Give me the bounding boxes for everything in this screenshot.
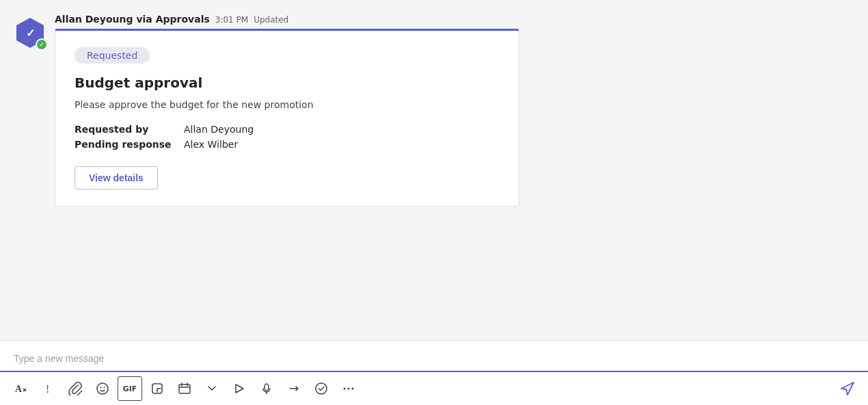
svg-marker-14 (236, 384, 243, 393)
svg-text:A: A (15, 384, 23, 394)
attach-icon[interactable] (63, 376, 87, 401)
status-badge: Requested (74, 47, 150, 64)
more-options-icon[interactable] (336, 376, 361, 401)
requested-by-value: Allan Deyoung (184, 124, 500, 135)
message-input[interactable] (11, 346, 857, 371)
approval-card: Requested Budget approval Please approve… (55, 29, 519, 207)
format-text-icon[interactable]: A (8, 376, 33, 401)
send-button[interactable] (835, 376, 860, 401)
sticker-icon[interactable] (145, 376, 169, 401)
message-content: Allan Deyoung via Approvals 3:01 PM Upda… (55, 14, 854, 207)
audio-message-icon[interactable] (227, 376, 252, 401)
card-description: Please approve the budget for the new pr… (74, 99, 500, 110)
svg-point-17 (316, 383, 327, 394)
approvals-toolbar-icon[interactable] (309, 376, 334, 401)
emoji-icon[interactable] (90, 376, 115, 401)
svg-point-18 (344, 388, 346, 390)
loop-icon[interactable] (282, 376, 306, 401)
view-details-button[interactable]: View details (74, 166, 158, 190)
important-icon[interactable]: ! (36, 376, 60, 401)
requested-by-label: Requested by (74, 124, 184, 135)
gif-icon[interactable]: GIF (118, 376, 142, 401)
updated-label: Updated (254, 15, 288, 25)
svg-point-7 (100, 387, 102, 389)
svg-rect-10 (179, 384, 190, 393)
card-title: Budget approval (74, 75, 500, 91)
svg-point-20 (352, 388, 354, 390)
pending-response-label: Pending response (74, 139, 184, 150)
compose-area: A ! GIF (0, 340, 868, 405)
timestamp: 3:01 PM (215, 15, 248, 25)
svg-point-19 (348, 388, 350, 390)
svg-text:!: ! (46, 383, 49, 395)
more-formatting-icon[interactable] (200, 376, 224, 401)
avatar: ✓ (14, 16, 46, 49)
svg-point-6 (97, 383, 108, 394)
meet-now-icon[interactable] (172, 376, 197, 401)
dictate-icon[interactable] (254, 376, 279, 401)
sender-name: Allan Deyoung via Approvals (55, 14, 210, 25)
toolbar: A ! GIF (0, 372, 868, 405)
chat-area: ✓ Allan Deyoung via Approvals 3:01 PM Up… (0, 0, 868, 340)
svg-point-8 (104, 387, 105, 389)
pending-response-value: Alex Wilber (184, 139, 500, 150)
svg-point-15 (265, 384, 269, 391)
message-row: ✓ Allan Deyoung via Approvals 3:01 PM Up… (14, 14, 854, 207)
message-header: Allan Deyoung via Approvals 3:01 PM Upda… (55, 14, 854, 25)
card-meta: Requested by Allan Deyoung Pending respo… (74, 124, 500, 150)
message-input-container (0, 341, 868, 372)
svg-text:✓: ✓ (26, 27, 35, 39)
online-badge (36, 38, 48, 51)
